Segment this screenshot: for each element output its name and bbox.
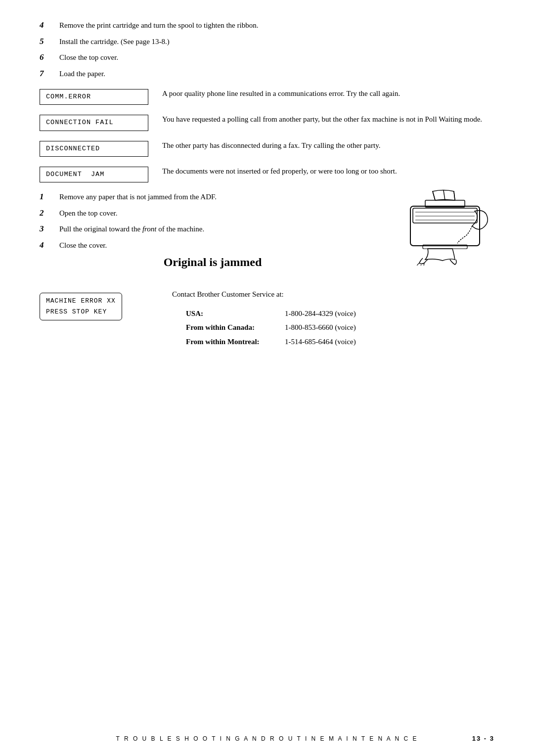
contact-row-canada: From within Canada: 1-800-853-6660 (voic… (186, 322, 494, 333)
svg-rect-1 (413, 208, 477, 223)
contact-row-montreal: From within Montreal: 1-514-685-6464 (vo… (186, 336, 494, 348)
contact-intro: Contact Brother Customer Service at: (172, 289, 494, 300)
contact-label-canada: From within Canada: (186, 322, 285, 333)
jammed-step-4: 4 Close the cover. (40, 240, 386, 251)
step-4: 4 Remove the print cartridge and turn th… (40, 20, 494, 31)
error-desc-disconnected: The other party has disconnected during … (162, 140, 494, 151)
contact-value-usa: 1-800-284-4329 (voice) (285, 308, 356, 319)
step-text-7: Load the paper. (59, 68, 494, 80)
machine-error-section: MACHINE ERROR XX PRESS STOP KEY Contact … (40, 289, 494, 350)
step-number-6: 6 (40, 52, 59, 62)
error-desc-connection: You have requested a polling call from a… (162, 114, 494, 125)
error-row-2: DISCONNECTED The other party has disconn… (40, 140, 494, 157)
error-row-0: COMM.ERROR A poor quality phone line res… (40, 88, 494, 105)
original-jammed-section: 1 Remove any paper that is not jammed fr… (40, 191, 494, 274)
jammed-step-text-3: Pull the original toward the front of th… (59, 223, 386, 235)
svg-line-7 (444, 190, 445, 200)
error-desc-comm: A poor quality phone line resulted in a … (162, 88, 494, 99)
machine-error-box-wrapper: MACHINE ERROR XX PRESS STOP KEY (40, 293, 158, 320)
contact-label-usa: USA: (186, 308, 285, 319)
error-box-disconnected: DISCONNECTED (40, 141, 148, 157)
step-text-6: Close the top cover. (59, 52, 494, 63)
error-box-connection: CONNECTION FAIL (40, 115, 148, 131)
jammed-steps-left: 1 Remove any paper that is not jammed fr… (40, 191, 386, 274)
jammed-step-text-2: Open the top cover. (59, 208, 386, 219)
step-6: 6 Close the top cover. (40, 52, 494, 63)
jammed-step-2: 2 Open the top cover. (40, 208, 386, 219)
step-5: 5 Install the cartridge. (See page 13-8.… (40, 36, 494, 47)
contact-table: USA: 1-800-284-4329 (voice) From within … (186, 308, 494, 348)
error-box-comm: COMM.ERROR (40, 89, 148, 105)
step-number-4: 4 (40, 20, 59, 30)
error-row-1: CONNECTION FAIL You have requested a pol… (40, 114, 494, 131)
error-row-3: DOCUMENT JAM The documents were not inse… (40, 166, 494, 182)
fax-illustration (396, 186, 494, 267)
jammed-step-text-4: Close the cover. (59, 240, 386, 251)
footer: T R O U B L E S H O O T I N G A N D R O … (0, 735, 534, 742)
footer-text: T R O U B L E S H O O T I N G A N D R O … (116, 735, 418, 742)
machine-error-desc: Contact Brother Customer Service at: USA… (172, 289, 494, 350)
jammed-step-number-4: 4 (40, 240, 59, 250)
error-desc-docjam: The documents were not inserted or fed p… (162, 166, 494, 177)
contact-value-montreal: 1-514-685-6464 (voice) (285, 336, 356, 348)
step-7: 7 Load the paper. (40, 68, 494, 80)
step-number-5: 5 (40, 36, 59, 46)
section-title: Original is jammed (40, 256, 386, 269)
jammed-step-3: 3 Pull the original toward the front of … (40, 223, 386, 235)
jammed-step-text-1: Remove any paper that is not jammed from… (59, 191, 386, 203)
jammed-step-number-1: 1 (40, 191, 59, 202)
step-number-7: 7 (40, 68, 59, 79)
jammed-step-number-3: 3 (40, 223, 59, 234)
jammed-step-number-2: 2 (40, 208, 59, 218)
initial-steps: 4 Remove the print cartridge and turn th… (40, 20, 494, 79)
machine-error-box: MACHINE ERROR XX PRESS STOP KEY (40, 293, 122, 320)
contact-row-usa: USA: 1-800-284-4329 (voice) (186, 308, 494, 319)
footer-page: 13 - 3 (472, 735, 494, 742)
fax-machine-svg (396, 186, 494, 266)
jammed-step-1: 1 Remove any paper that is not jammed fr… (40, 191, 386, 203)
contact-value-canada: 1-800-853-6660 (voice) (285, 322, 356, 333)
error-table: COMM.ERROR A poor quality phone line res… (40, 88, 494, 182)
step-text-4: Remove the print cartridge and turn the … (59, 20, 494, 31)
step-text-5: Install the cartridge. (See page 13-8.) (59, 36, 494, 47)
error-box-docjam: DOCUMENT JAM (40, 167, 148, 182)
contact-label-montreal: From within Montreal: (186, 336, 285, 348)
